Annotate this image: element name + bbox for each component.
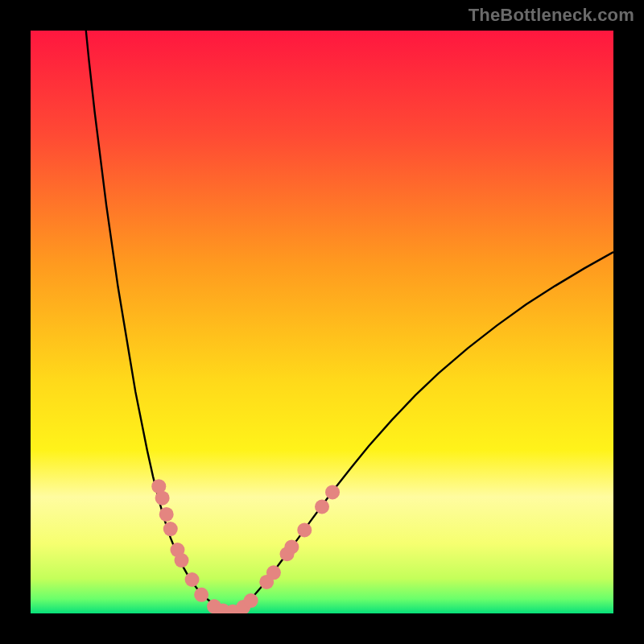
chart-frame: TheBottleneck.com: [0, 0, 644, 644]
data-marker: [163, 522, 178, 536]
data-marker: [244, 593, 258, 608]
data-marker: [175, 553, 189, 568]
data-marker: [194, 588, 208, 602]
data-marker: [284, 539, 299, 554]
chart-svg: [31, 31, 613, 613]
data-marker: [266, 565, 281, 580]
plot-area: [31, 31, 613, 613]
data-marker: [159, 507, 174, 522]
data-marker: [315, 500, 329, 514]
gradient-background: [31, 31, 613, 613]
data-marker: [185, 572, 200, 587]
watermark-text: TheBottleneck.com: [469, 5, 634, 26]
data-marker: [155, 491, 170, 506]
data-marker: [297, 522, 312, 537]
data-marker: [325, 485, 340, 499]
